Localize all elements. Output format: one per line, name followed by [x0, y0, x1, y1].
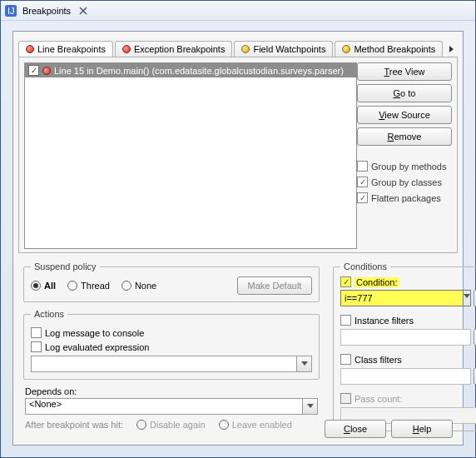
condition-input-row: ... — [340, 290, 476, 306]
svg-marker-4 — [449, 46, 454, 52]
svg-text:IJ: IJ — [7, 6, 15, 16]
tab-label: Field Watchpoints — [253, 44, 325, 54]
tab-label: Method Breakpoints — [354, 44, 435, 54]
right-column: Conditions Condition: ... Instance fil — [328, 258, 458, 435]
lower-panels: Suspend policy All Thread None Make Defa… — [18, 258, 458, 435]
checkbox-label: Pass count: — [355, 394, 402, 404]
instance-filters-block: Instance filters ... — [340, 315, 476, 346]
checkbox-label: Flatten packages — [371, 193, 441, 203]
condition-checkbox-row[interactable]: Condition: — [340, 276, 476, 287]
conditions-group: Conditions Condition: ... Instance fil — [333, 261, 476, 431]
checkbox-label: Log message to console — [45, 328, 144, 338]
remove-button[interactable]: Remove — [357, 127, 452, 146]
checkbox[interactable] — [357, 192, 368, 203]
condition-checkbox[interactable] — [340, 276, 351, 287]
class-filters-checkbox[interactable]: Class filters — [340, 354, 476, 365]
depends-on-label: Depends on: — [25, 386, 325, 396]
pass-count-checkbox[interactable]: Pass count: — [340, 393, 476, 404]
view-source-button[interactable]: View Source — [357, 106, 452, 124]
instance-filters-checkbox[interactable]: Instance filters — [340, 315, 476, 326]
help-button[interactable]: Help — [391, 420, 453, 438]
tab-overflow-button[interactable] — [444, 42, 458, 57]
chevron-down-icon[interactable] — [303, 398, 318, 415]
suspend-policy-group: Suspend policy All Thread None Make Defa… — [23, 261, 320, 302]
instance-filters-input[interactable] — [340, 329, 471, 346]
checkbox[interactable] — [340, 393, 351, 404]
watchpoint-icon — [241, 45, 250, 53]
close-icon[interactable] — [71, 4, 96, 17]
suspend-thread-radio[interactable]: Thread — [67, 281, 110, 291]
watchpoint-icon — [342, 45, 350, 53]
side-buttons: Tree View Go to View Source Remove — [357, 62, 452, 146]
checkbox-label: Instance filters — [355, 316, 414, 326]
breakpoint-icon — [122, 45, 131, 53]
app-icon: IJ — [4, 4, 17, 17]
goto-button[interactable]: Go to — [357, 84, 452, 102]
breakpoint-icon — [42, 67, 51, 75]
checkbox-label: Class filters — [355, 355, 402, 365]
breakpoint-enabled-checkbox[interactable] — [28, 65, 39, 76]
tab-method-breakpoints[interactable]: Method Breakpoints — [335, 41, 443, 57]
titlebar: IJ Breakpoints — [1, 1, 475, 21]
tree-view-button[interactable]: Tree View — [357, 62, 452, 81]
dialog-window: IJ Breakpoints Line Breakpoints Exceptio… — [0, 0, 476, 458]
checkbox[interactable] — [31, 341, 42, 352]
checkbox-label: Group by methods — [371, 162, 447, 172]
actions-group: Actions Log message to console Log evalu… — [23, 309, 320, 380]
group-by-methods-row[interactable]: Group by methods — [357, 161, 452, 172]
dialog-body: Line Breakpoints Exception Breakpoints F… — [12, 31, 464, 446]
depends-on-value[interactable]: <None> — [25, 398, 303, 415]
tab-strip: Line Breakpoints Exception Breakpoints F… — [13, 37, 463, 57]
log-console-checkbox[interactable]: Log message to console — [31, 327, 312, 338]
log-expression-combo[interactable] — [31, 356, 312, 372]
checkbox[interactable] — [31, 327, 42, 338]
class-filters-block: Class filters ... — [340, 354, 476, 385]
group-legend: Suspend policy — [31, 261, 100, 271]
group-legend: Conditions — [340, 261, 390, 271]
breakpoint-icon — [26, 45, 34, 53]
group-by-classes-row[interactable]: Group by classes — [357, 177, 452, 187]
group-legend: Actions — [31, 309, 67, 319]
leave-enabled-radio: Leave enabled — [219, 420, 292, 430]
window-title: Breakpoints — [22, 6, 71, 16]
checkbox[interactable] — [357, 177, 368, 187]
depends-on-combo[interactable]: <None> — [25, 398, 318, 415]
tab-panel: Line 15 in Demo.main() (com.edatasite.gl… — [18, 57, 458, 253]
svg-marker-6 — [307, 404, 314, 408]
tab-field-watchpoints[interactable]: Field Watchpoints — [234, 41, 333, 57]
breakpoint-row[interactable]: Line 15 in Demo.main() (com.edatasite.gl… — [25, 63, 356, 77]
checkbox[interactable] — [340, 315, 351, 326]
checkbox[interactable] — [340, 354, 351, 365]
log-expression-checkbox[interactable]: Log evaluated expression — [31, 341, 312, 352]
tab-exception-breakpoints[interactable]: Exception Breakpoints — [115, 41, 232, 57]
disable-again-radio: Disable again — [136, 420, 206, 430]
grouping-options: Group by methods Group by classes Flatte… — [357, 161, 452, 203]
left-column: Suspend policy All Thread None Make Defa… — [18, 258, 325, 435]
dialog-footer: Close Help — [325, 420, 453, 438]
svg-marker-7 — [464, 294, 470, 298]
breakpoint-label: Line 15 in Demo.main() (com.edatasite.gl… — [54, 66, 344, 76]
make-default-button[interactable]: Make Default — [237, 276, 312, 295]
suspend-none-radio[interactable]: None — [121, 281, 156, 291]
chevron-down-icon[interactable] — [464, 290, 471, 306]
checkbox-label: Log evaluated expression — [45, 342, 149, 352]
suspend-all-radio[interactable]: All — [31, 281, 56, 291]
after-hit-row: After breakpoint was hit: Disable again … — [25, 420, 318, 430]
condition-input[interactable] — [340, 290, 464, 306]
tab-label: Line Breakpoints — [37, 44, 106, 54]
close-button[interactable]: Close — [325, 420, 386, 438]
breakpoint-list[interactable]: Line 15 in Demo.main() (com.edatasite.gl… — [24, 62, 357, 249]
tab-line-breakpoints[interactable]: Line Breakpoints — [18, 41, 113, 57]
chevron-down-icon[interactable] — [297, 356, 312, 372]
class-filters-input[interactable] — [340, 368, 471, 385]
checkbox-label: Group by classes — [371, 177, 442, 187]
expression-input[interactable] — [31, 356, 297, 372]
flatten-packages-row[interactable]: Flatten packages — [357, 192, 452, 203]
tab-label: Exception Breakpoints — [134, 44, 225, 54]
after-hit-label: After breakpoint was hit: — [25, 420, 123, 430]
svg-marker-5 — [301, 361, 308, 366]
checkbox[interactable] — [357, 161, 368, 172]
